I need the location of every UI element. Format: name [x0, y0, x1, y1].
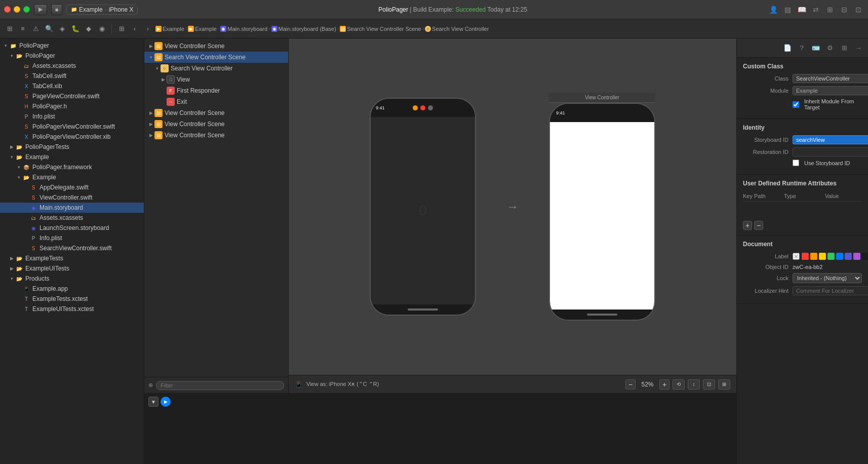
scheme-selector[interactable]: 📁 Example › iPhone X	[66, 5, 138, 15]
outline-vc-scene-4[interactable]: ▶ ▤ View Controller Scene	[144, 130, 288, 141]
outline-first-responder[interactable]: F First Responder	[144, 85, 288, 96]
tree-info-plist[interactable]: P Info.plist	[0, 111, 144, 122]
tree-poliopager-root[interactable]: ▾ 📁 PolioPager	[0, 41, 144, 51]
minimize-button[interactable]	[14, 6, 20, 13]
forward-btn[interactable]: ›	[142, 23, 153, 34]
debug-play-btn[interactable]: ▶	[161, 397, 171, 407]
zoom-actual-btn[interactable]: ↕	[688, 379, 700, 390]
breadcrumb-search-vc[interactable]: ○ Search View Controller	[425, 26, 489, 32]
inherit-module-checkbox[interactable]	[793, 101, 799, 108]
color-dot-purple[interactable]	[845, 253, 852, 260]
tree-poliopager-folder[interactable]: ▾ 📂 PolioPager	[0, 51, 144, 61]
panel2-icon[interactable]: ⊟	[839, 4, 850, 15]
color-dot-green[interactable]	[827, 253, 835, 260]
color-dot-blue[interactable]	[836, 253, 843, 260]
play-button[interactable]: ▶	[34, 4, 47, 15]
add-attribute-btn[interactable]: +	[743, 221, 752, 230]
tree-assets2[interactable]: 🗂 Assets.xcassets	[0, 213, 144, 223]
outline-content[interactable]: ▶ ▤ View Controller Scene ▾ ▤ Search Vie…	[144, 38, 288, 377]
remove-attribute-btn[interactable]: −	[754, 221, 763, 230]
tree-main-storyboard[interactable]: ◉ Main.storyboard	[0, 203, 144, 213]
tree-info-plist2[interactable]: P Info.plist	[0, 233, 144, 243]
outline-vc-scene-3[interactable]: ▶ ▤ View Controller Scene	[144, 119, 288, 130]
file-nav-content[interactable]: ▾ 📁 PolioPager ▾ 📂 PolioPager 🗂 Assets.x…	[0, 38, 144, 464]
tree-exampleuitests-xctest[interactable]: T ExampleUITests.xctest	[0, 304, 144, 314]
book-icon[interactable]: 📖	[796, 4, 807, 15]
close-button[interactable]	[4, 6, 11, 13]
tree-assets[interactable]: 🗂 Assets.xcassets	[0, 61, 144, 71]
class-input[interactable]	[793, 74, 868, 83]
tree-exampletests[interactable]: ▶ 📂 ExampleTests	[0, 253, 144, 263]
hierarchy-btn[interactable]: ≡	[17, 23, 28, 34]
module-input[interactable]	[793, 86, 868, 95]
tree-example-subfolder[interactable]: ▾ 📂 Example	[0, 172, 144, 182]
split-icon[interactable]: ⇄	[810, 4, 821, 15]
tree-poliopagervc-xib[interactable]: X PolioPagerViewController.xib	[0, 132, 144, 142]
tree-example-group[interactable]: ▾ 📂 Example	[0, 152, 144, 162]
tree-poliopagertests[interactable]: ▶ 📂 PolioPagerTests	[0, 142, 144, 152]
tree-viewcontroller[interactable]: S ViewController.swift	[0, 192, 144, 203]
inspector-file-btn[interactable]: 📄	[782, 43, 793, 54]
tree-poliopager-h[interactable]: H PolioPager.h	[0, 101, 144, 111]
scm-btn[interactable]: ◈	[57, 23, 68, 34]
tree-exampleuitests[interactable]: ▶ 📂 ExampleUITests	[0, 263, 144, 274]
color-dot-magenta[interactable]	[853, 253, 860, 260]
breakpoints-btn[interactable]: ◆	[83, 23, 94, 34]
search-btn[interactable]: 🔍	[44, 23, 55, 34]
outline-search-vc[interactable]: ▾ ○ Search View Controller	[144, 63, 288, 74]
tree-poliopagervc-swift[interactable]: S PolioPagerViewController.swift	[0, 122, 144, 132]
localizer-input[interactable]	[793, 286, 868, 295]
tree-searchvc[interactable]: S SearchViewController.swift	[0, 243, 144, 253]
color-dot-black[interactable]	[862, 253, 868, 260]
issues-btn[interactable]: ⚠	[30, 23, 42, 34]
maximize-button[interactable]	[23, 6, 30, 13]
grid-view-btn[interactable]: ⊞	[116, 23, 127, 34]
account-icon[interactable]: 👤	[768, 4, 779, 15]
inspector-connections-btn[interactable]: →	[853, 43, 864, 54]
restoration-id-input[interactable]	[793, 147, 868, 157]
panel3-icon[interactable]: ⊡	[853, 4, 864, 15]
panel1-icon[interactable]: ⊞	[824, 4, 836, 15]
tree-products[interactable]: ▾ 📂 Products	[0, 274, 144, 284]
outline-exit[interactable]: → Exit	[144, 96, 288, 107]
inspector-help-btn[interactable]: ?	[796, 43, 807, 54]
zoom-out-btn[interactable]: −	[625, 379, 636, 390]
breadcrumb-example2[interactable]: ▶ Example	[188, 26, 217, 32]
tree-appdelegate[interactable]: S AppDelegate.swift	[0, 182, 144, 192]
label-clear-btn[interactable]: ✕	[793, 253, 800, 260]
tree-pageviewcontroller[interactable]: S PageViewController.swift	[0, 91, 144, 101]
zoom-fit-btn[interactable]: ⟲	[673, 379, 685, 390]
inspector-attr-btn[interactable]: ⚙	[824, 43, 836, 54]
breadcrumb-storyboard-base[interactable]: ◉ Main.storyboard (Base)	[271, 26, 336, 32]
tree-framework[interactable]: ▾ 📦 PolioPager.framework	[0, 162, 144, 172]
outline-vc-scene-1[interactable]: ▶ ▤ View Controller Scene	[144, 41, 288, 52]
back-btn[interactable]: ‹	[129, 23, 140, 34]
zoom-fit2-btn[interactable]: ⊞	[718, 379, 730, 390]
tree-exampletests-xctest[interactable]: T ExampleTests.xctest	[0, 294, 144, 304]
inspector-identity-btn[interactable]: 🪪	[810, 43, 821, 54]
layout-icon[interactable]: ▤	[782, 4, 793, 15]
breadcrumb-main-storyboard[interactable]: ◉ Main.storyboard	[220, 26, 267, 32]
outline-search-vc-scene[interactable]: ▾ ▤ Search View Controller Scene	[144, 52, 288, 63]
canvas-area[interactable]: 9:41 0	[289, 38, 736, 393]
inspector-size-btn[interactable]: ⊞	[839, 43, 850, 54]
tree-launchscreen[interactable]: ◉ LaunchScreen.storyboard	[0, 223, 144, 233]
debug-toggle[interactable]: ▼	[148, 397, 159, 407]
use-storyboard-id-checkbox[interactable]	[793, 160, 799, 166]
tree-tabcell-swift[interactable]: S TabCell.swift	[0, 71, 144, 81]
stop-button[interactable]: ■	[51, 4, 62, 15]
color-dot-yellow[interactable]	[819, 253, 826, 260]
navigator-toggle[interactable]: ⊞	[4, 23, 15, 34]
breadcrumb-example-folder[interactable]: ▶ Example	[155, 26, 184, 32]
lock-select[interactable]: Inherited - (Nothing)	[793, 273, 862, 283]
tests-btn[interactable]: ◉	[96, 23, 107, 34]
tree-example-app[interactable]: 📱 Example.app	[0, 284, 144, 294]
tree-tabcell-xib[interactable]: X TabCell.xib	[0, 81, 144, 91]
color-dot-red[interactable]	[802, 253, 809, 260]
breadcrumb-search-scene[interactable]: ▤ Search View Controller Scene	[340, 26, 421, 32]
color-dot-orange[interactable]	[810, 253, 817, 260]
zoom-fill-btn[interactable]: ⊡	[703, 379, 715, 390]
storyboard-id-input[interactable]	[793, 135, 868, 144]
zoom-in-btn[interactable]: +	[659, 379, 669, 390]
filter-input[interactable]	[156, 381, 284, 390]
